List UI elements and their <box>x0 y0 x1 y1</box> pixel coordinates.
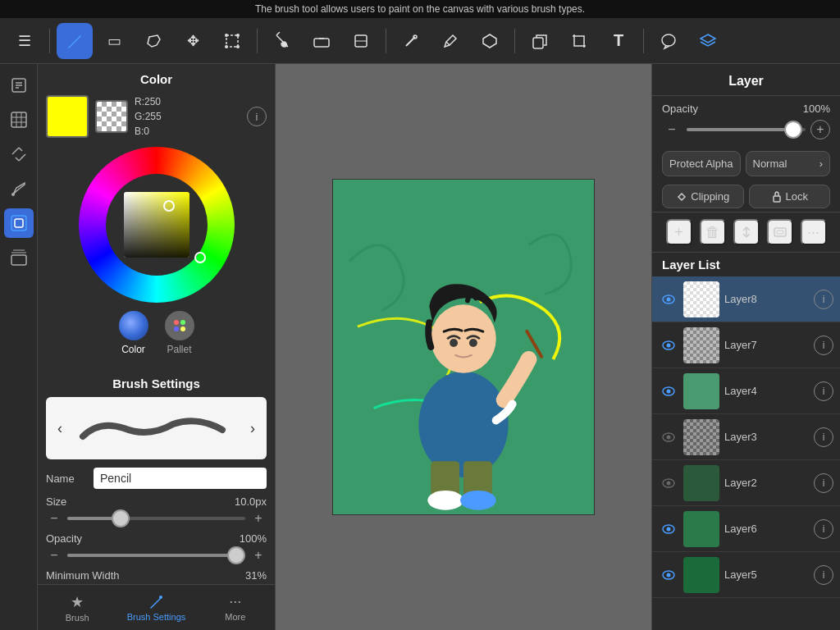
layer-vis-7[interactable] <box>659 336 678 355</box>
layer-thumb-7 <box>683 327 719 363</box>
color-tabs: Color Pallet <box>46 311 267 355</box>
layer-opacity-plus[interactable]: + <box>810 120 830 139</box>
crop-button[interactable] <box>561 23 597 59</box>
layer-item-8[interactable]: Layer8 i <box>652 276 840 322</box>
layer-vis-5[interactable] <box>659 565 678 585</box>
layer-info-2[interactable]: i <box>814 473 833 493</box>
layer-info-8[interactable]: i <box>814 290 833 309</box>
opacity-bar[interactable] <box>687 128 806 131</box>
transform-button[interactable] <box>214 23 250 59</box>
select-rect-button[interactable]: ▭ <box>96 23 132 59</box>
layer-info-6[interactable]: i <box>814 519 833 539</box>
opacity-plus-button[interactable]: + <box>250 548 267 563</box>
svg-rect-10 <box>533 38 543 48</box>
eyedropper-button[interactable] <box>432 23 468 59</box>
brush-icon <box>66 32 84 50</box>
transform-sidebar-icon[interactable] <box>4 139 34 169</box>
erase-button[interactable] <box>304 23 340 59</box>
smudge-button[interactable] <box>343 23 379 59</box>
color-wheel-container[interactable] <box>46 147 267 303</box>
layer-opacity-minus[interactable]: − <box>662 120 682 139</box>
layer-item-3[interactable]: Layer3 i <box>652 414 840 460</box>
size-slider-bar[interactable] <box>67 517 245 520</box>
layer-thumb-4 <box>683 373 719 409</box>
pen-icon[interactable] <box>4 174 34 203</box>
size-slider-thumb[interactable] <box>112 509 130 527</box>
opacity-track: − + <box>662 120 830 139</box>
layer-thumb-3 <box>683 419 719 455</box>
svg-point-4 <box>236 45 240 48</box>
size-minus-button[interactable]: − <box>46 511 62 526</box>
select-magic-button[interactable] <box>393 23 429 59</box>
pallet-tab[interactable]: Pallet <box>165 311 194 355</box>
brush-opacity-label: Opacity <box>46 532 82 545</box>
blend-mode-button[interactable]: Normal › <box>746 151 831 176</box>
brush-name-input[interactable] <box>94 468 267 489</box>
reorder-layer-button[interactable] <box>733 219 760 245</box>
toolbar-sep5 <box>643 29 644 53</box>
delete-layer-button[interactable]: 🗑 <box>700 219 726 245</box>
layer-info-3[interactable]: i <box>814 427 833 447</box>
layer-info-5[interactable]: i <box>814 565 833 585</box>
size-plus-button[interactable]: + <box>250 511 267 526</box>
opacity-minus-button[interactable]: − <box>46 548 62 563</box>
brush-bottom-tab[interactable]: ★ Brush <box>38 593 116 623</box>
grid-icon[interactable] <box>4 105 34 135</box>
lock-label: Lock <box>786 190 808 203</box>
select-lasso-button[interactable] <box>135 23 171 59</box>
prev-brush-button[interactable]: ‹ <box>54 417 66 441</box>
layer-item-7[interactable]: Layer7 i <box>652 322 840 368</box>
fill-button[interactable] <box>264 23 300 59</box>
size-value: 10.0px <box>235 495 267 508</box>
more-bottom-tab[interactable]: ··· More <box>196 593 275 622</box>
move-button[interactable]: ✥ <box>175 23 211 59</box>
layer-vis-4[interactable] <box>659 381 678 401</box>
main-layout: Color R:250 G:255 B:0 i <box>0 64 840 630</box>
layer-vis-6[interactable] <box>659 519 678 539</box>
layer-info-7[interactable]: i <box>814 336 833 355</box>
tooltip-text: The brush tool allows users to paint on … <box>255 3 585 15</box>
layer-item-4[interactable]: Layer4 i <box>652 368 840 414</box>
brush-settings-bottom-tab[interactable]: Brush Settings <box>116 594 195 622</box>
color-fill-icon[interactable] <box>4 208 34 238</box>
color-section: Color R:250 G:255 B:0 i <box>38 64 275 370</box>
layer-vis-3[interactable] <box>659 427 678 447</box>
color-tab[interactable]: Color <box>119 311 148 355</box>
opacity-slider-bar[interactable] <box>67 554 245 557</box>
canvas-area[interactable] <box>276 64 651 630</box>
clipping-button[interactable]: Clipping <box>662 185 744 208</box>
size-slider-row: Size 10.0px − + <box>46 495 267 526</box>
opacity-thumb[interactable] <box>784 121 802 139</box>
layers-button[interactable] <box>690 23 726 59</box>
opacity-slider-thumb[interactable] <box>227 546 245 564</box>
layer-item-2[interactable]: Layer2 i <box>652 460 840 506</box>
copy-paste-button[interactable] <box>522 23 558 59</box>
min-width-row: Minimum Width 31% <box>46 569 267 582</box>
lock-button[interactable]: Lock <box>749 185 831 208</box>
select-curve-button[interactable] <box>472 23 508 59</box>
canvas-info-icon[interactable] <box>4 71 34 100</box>
menu-button[interactable]: ☰ <box>7 23 43 59</box>
layer-name-5: Layer5 <box>724 568 809 581</box>
layer-vis-2[interactable] <box>659 473 678 493</box>
layer-item-6[interactable]: Layer6 i <box>652 506 840 552</box>
layer-item-5[interactable]: Layer5 i <box>652 552 840 598</box>
reference-layer-button[interactable] <box>767 219 793 245</box>
layer-sm-icon[interactable] <box>4 243 34 272</box>
layer-vis-8[interactable] <box>659 290 678 309</box>
svg-point-35 <box>174 326 179 331</box>
svg-rect-49 <box>774 228 786 236</box>
add-layer-button[interactable]: + <box>666 219 692 245</box>
svg-point-42 <box>469 339 477 347</box>
primary-color-swatch[interactable] <box>46 95 89 138</box>
color-wheel-svg[interactable] <box>79 147 235 303</box>
layer-info-4[interactable]: i <box>814 381 833 401</box>
secondary-color-swatch[interactable] <box>95 100 128 133</box>
more-layer-button[interactable]: ··· <box>801 219 827 245</box>
text-button[interactable]: T <box>600 23 637 59</box>
speech-button[interactable] <box>651 23 687 59</box>
brush-tool-button[interactable] <box>57 23 93 59</box>
next-brush-button[interactable]: › <box>247 417 258 441</box>
color-info-button[interactable]: i <box>247 107 267 126</box>
protect-alpha-button[interactable]: Protect Alpha <box>662 151 741 176</box>
